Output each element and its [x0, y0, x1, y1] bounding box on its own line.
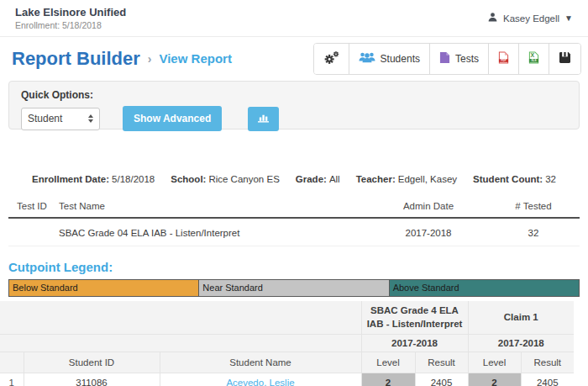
- breadcrumb: Report Builder › View Report: [12, 48, 232, 70]
- test-file-icon: [439, 51, 450, 66]
- results-column-header-row: Student ID Student Name Level Result Lev…: [0, 352, 574, 373]
- tests-button-label: Tests: [455, 53, 479, 65]
- breadcrumb-separator-icon: ›: [148, 52, 152, 66]
- legend-above-standard: Above Standard: [389, 279, 580, 297]
- user-menu[interactable]: Kasey Edgell ▼: [487, 12, 573, 24]
- svg-text:PDF: PDF: [501, 59, 507, 62]
- level-header-2: Level: [468, 352, 521, 373]
- student-name-header: Student Name: [160, 352, 361, 373]
- admin-date-header: Admin Date: [370, 196, 487, 218]
- test-summary-table: Test ID Test Name Admin Date # Tested SB…: [8, 196, 580, 246]
- save-report-button[interactable]: [549, 44, 580, 74]
- group-header-test: SBAC Grade 4 ELA IAB - Listen/Interpret: [361, 301, 468, 335]
- district-block: Lake Elsinore Unified Enrollment: 5/18/2…: [15, 6, 126, 30]
- result-header-1: Result: [415, 352, 468, 373]
- quick-options-row: Student Show Advanced: [21, 106, 567, 131]
- num-tested-header: # Tested: [487, 196, 580, 218]
- group-header-claim1: Claim 1: [468, 301, 574, 335]
- level-header-1: Level: [361, 352, 415, 373]
- student-id-cell: 311086: [24, 373, 160, 386]
- results-year-row: 2017-2018 2017-2018: [0, 335, 574, 352]
- show-advanced-button[interactable]: Show Advanced: [123, 106, 222, 131]
- bar-chart-icon: [257, 112, 270, 125]
- export-excel-button[interactable]: X XLS: [519, 44, 549, 74]
- year-claim1: 2017-2018: [468, 335, 574, 352]
- info-school: School:Rice Canyon ES: [171, 174, 280, 184]
- student-results-table: SBAC Grade 4 ELA IAB - Listen/Interpret …: [0, 301, 574, 386]
- svg-text:X: X: [531, 52, 535, 58]
- test-table-row: SBAC Grade 04 ELA IAB - Listen/Interpret…: [8, 218, 580, 246]
- test-table-header-row: Test ID Test Name Admin Date # Tested: [8, 196, 580, 218]
- settings-button[interactable]: [314, 44, 349, 74]
- breadcrumb-current: View Report: [159, 51, 231, 66]
- tests-button[interactable]: Tests: [430, 44, 489, 74]
- user-icon: [487, 12, 498, 24]
- student-id-header: Student ID: [24, 352, 160, 373]
- admin-date-cell: 2017-2018: [370, 218, 487, 246]
- info-teacher: Teacher:Edgell, Kasey: [356, 174, 457, 184]
- test-id-header: Test ID: [8, 196, 55, 218]
- report-toolbar: Students Tests PDF: [313, 43, 581, 75]
- student-name-cell: Acevedo, Leslie: [160, 373, 361, 386]
- chevron-down-icon: ▼: [564, 13, 573, 23]
- num-tested-cell: 32: [487, 218, 580, 246]
- results-group-header-row: SBAC Grade 4 ELA IAB - Listen/Interpret …: [0, 301, 574, 335]
- cutpoint-legend-bar: Below Standard Near Standard Above Stand…: [8, 279, 580, 297]
- row-number: 1: [0, 373, 24, 386]
- page-head: Report Builder › View Report: [0, 37, 588, 78]
- rownum-header: [0, 352, 24, 373]
- students-group-icon: [359, 51, 375, 66]
- result-cell: 2405: [415, 373, 468, 386]
- students-button-label: Students: [381, 53, 420, 65]
- level-cell: 2: [468, 373, 521, 386]
- legend-below-standard: Below Standard: [8, 279, 199, 297]
- level-cell: 2: [361, 373, 415, 386]
- excel-file-icon: X XLS: [528, 51, 539, 66]
- test-id-cell: [8, 218, 55, 246]
- export-pdf-button[interactable]: PDF: [489, 44, 519, 74]
- svg-text:XLS: XLS: [532, 59, 537, 62]
- report-type-select-value: Student: [28, 113, 62, 124]
- quick-options-label: Quick Options:: [21, 89, 567, 101]
- info-grade: Grade:All: [296, 174, 340, 184]
- year-test: 2017-2018: [361, 335, 468, 352]
- enrollment-subtitle: Enrollment: 5/18/2018: [15, 20, 126, 30]
- students-button[interactable]: Students: [349, 44, 430, 74]
- info-enrollment-date: Enrollment Date:5/18/2018: [32, 174, 155, 184]
- top-header: Lake Elsinore Unified Enrollment: 5/18/2…: [0, 0, 588, 37]
- cutpoint-legend-title: Cutpoint Legend:: [8, 260, 588, 274]
- info-student-count: Student Count:32: [473, 174, 556, 184]
- legend-near-standard: Near Standard: [198, 279, 389, 297]
- report-type-select[interactable]: Student: [21, 108, 100, 130]
- pdf-file-icon: PDF: [498, 51, 509, 66]
- page-title[interactable]: Report Builder: [12, 48, 140, 70]
- result-header-2: Result: [521, 352, 574, 373]
- result-cell: 2405: [521, 373, 574, 386]
- test-name-cell: SBAC Grade 04 ELA IAB - Listen/Interpret: [55, 218, 370, 246]
- district-name: Lake Elsinore Unified: [15, 6, 126, 19]
- student-name-link[interactable]: Acevedo, Leslie: [226, 378, 294, 386]
- save-disk-icon: [559, 51, 571, 66]
- gears-icon: [323, 50, 339, 67]
- report-info-line: Enrollment Date:5/18/2018 School:Rice Ca…: [0, 174, 588, 184]
- test-name-header: Test Name: [55, 196, 370, 218]
- select-updown-icon: [88, 114, 93, 123]
- quick-options-panel: Quick Options: Student Show Advanced: [8, 81, 580, 130]
- table-row: 1 311086 Acevedo, Leslie 2 2405 2 2405: [0, 373, 574, 386]
- chart-view-button[interactable]: [248, 107, 279, 131]
- user-name: Kasey Edgell: [503, 13, 559, 24]
